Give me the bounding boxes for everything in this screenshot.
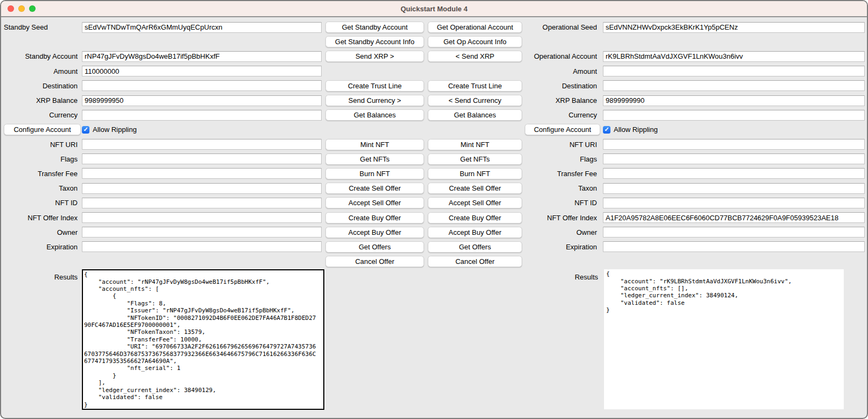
- standby-destination-label: Destination: [1, 82, 81, 90]
- standby-allow-rippling-checkbox[interactable]: ✓: [82, 126, 89, 134]
- get-operational-account-button[interactable]: Get Operational Account: [428, 22, 522, 33]
- operational-transfer-fee-label: Transfer Fee: [522, 170, 600, 178]
- standby-taxon-input[interactable]: [82, 183, 322, 194]
- standby-nft-uri-label: NFT URI: [1, 141, 81, 149]
- standby-cancel-offer-button[interactable]: Cancel Offer: [325, 256, 424, 267]
- operational-get-nfts-button[interactable]: Get NFTs: [428, 153, 522, 165]
- standby-create-sell-offer-button[interactable]: Create Sell Offer: [325, 183, 424, 194]
- operational-create-sell-offer-button[interactable]: Create Sell Offer: [428, 183, 522, 194]
- standby-owner-input[interactable]: [82, 227, 322, 238]
- nft-offer-index-row: NFT Offer Index Create Buy Offer Create …: [1, 210, 867, 225]
- operational-account-label: Operational Account: [522, 52, 600, 60]
- account-info-row: Get Standby Account Info Get Op Account …: [1, 34, 867, 49]
- checkmark-icon: ✓: [604, 127, 609, 132]
- operational-nft-offer-index-input[interactable]: [603, 212, 865, 223]
- operational-destination-input[interactable]: [603, 80, 865, 91]
- operational-allow-rippling-label: Allow Rippling: [614, 125, 658, 134]
- operational-create-buy-offer-button[interactable]: Create Buy Offer: [428, 212, 522, 224]
- standby-nft-uri-input[interactable]: [82, 139, 322, 150]
- expiration-row: Expiration Get Offers Get Offers Expirat…: [1, 240, 867, 254]
- operational-accept-buy-offer-button[interactable]: Accept Buy Offer: [428, 227, 522, 238]
- operational-results-output[interactable]: { "account": "rK9LBRhStdmtAaVdJXGVF1LnKW…: [604, 269, 844, 409]
- flags-row: Flags Get NFTs Get NFTs Flags: [1, 152, 867, 166]
- operational-nft-uri-label: NFT URI: [522, 141, 600, 149]
- standby-flags-input[interactable]: [82, 153, 322, 164]
- taxon-row: Taxon Create Sell Offer Create Sell Offe…: [1, 181, 867, 195]
- standby-get-balances-button[interactable]: Get Balances: [325, 109, 424, 121]
- operational-seed-label: Operational Seed: [522, 23, 600, 31]
- operational-nft-uri-input[interactable]: [603, 139, 865, 150]
- standby-send-xrp-button[interactable]: Send XRP >: [325, 51, 424, 62]
- operational-mint-nft-button[interactable]: Mint NFT: [428, 139, 522, 150]
- transfer-fee-row: Transfer Fee Burn NFT Burn NFT Transfer …: [1, 166, 867, 181]
- operational-get-offers-button[interactable]: Get Offers: [428, 241, 522, 253]
- standby-create-buy-offer-button[interactable]: Create Buy Offer: [325, 212, 424, 224]
- standby-results-label: Results: [1, 269, 81, 281]
- operational-seed-input[interactable]: [603, 22, 865, 33]
- standby-get-nfts-button[interactable]: Get NFTs: [325, 153, 424, 165]
- get-op-account-info-button[interactable]: Get Op Account Info: [428, 36, 522, 47]
- minimize-window-icon[interactable]: [18, 5, 25, 12]
- seed-row: Standby Seed Get Standby Account Get Ope…: [1, 20, 867, 34]
- standby-xrp-balance-input[interactable]: [82, 95, 322, 106]
- operational-destination-label: Destination: [522, 82, 600, 90]
- standby-results-output[interactable]: { "account": "rNP47gJFvDyW8gsDo4weB17if5…: [82, 269, 324, 410]
- operational-send-currency-button[interactable]: < Send Currency: [428, 95, 522, 106]
- get-standby-account-info-button[interactable]: Get Standby Account Info: [325, 36, 424, 47]
- owner-row: Owner Accept Buy Offer Accept Buy Offer …: [1, 225, 867, 240]
- operational-nft-offer-index-label: NFT Offer Index: [522, 214, 600, 222]
- standby-nft-offer-index-input[interactable]: [82, 212, 322, 223]
- operational-transfer-fee-input[interactable]: [603, 168, 865, 179]
- operational-currency-label: Currency: [522, 111, 600, 119]
- operational-send-xrp-button[interactable]: < Send XRP: [428, 51, 522, 62]
- operational-xrp-balance-label: XRP Balance: [522, 96, 600, 104]
- standby-mint-nft-button[interactable]: Mint NFT: [325, 139, 424, 150]
- standby-flags-label: Flags: [1, 155, 81, 163]
- operational-cancel-offer-button[interactable]: Cancel Offer: [428, 256, 522, 267]
- standby-currency-input[interactable]: [82, 110, 322, 121]
- close-window-icon[interactable]: [8, 5, 14, 12]
- operational-owner-input[interactable]: [603, 227, 865, 238]
- standby-account-input[interactable]: [82, 51, 322, 62]
- operational-currency-input[interactable]: [603, 110, 865, 121]
- operational-nft-id-input[interactable]: [603, 198, 865, 208]
- standby-amount-input[interactable]: [82, 66, 322, 76]
- fullscreen-window-icon[interactable]: [29, 5, 36, 12]
- account-row: Standby Account Send XRP > < Send XRP Op…: [1, 49, 867, 64]
- title-bar: Quickstart Module 4: [1, 1, 867, 16]
- operational-taxon-label: Taxon: [522, 184, 600, 192]
- operational-allow-rippling-checkbox[interactable]: ✓: [603, 126, 610, 134]
- operational-burn-nft-button[interactable]: Burn NFT: [428, 168, 522, 179]
- nft-uri-row: NFT URI Mint NFT Mint NFT NFT URI: [1, 137, 867, 152]
- standby-get-offers-button[interactable]: Get Offers: [325, 241, 424, 253]
- operational-create-trust-line-button[interactable]: Create Trust Line: [428, 80, 522, 92]
- window-controls: [8, 1, 36, 16]
- operational-amount-input[interactable]: [603, 66, 865, 76]
- standby-transfer-fee-label: Transfer Fee: [1, 170, 81, 178]
- operational-accept-sell-offer-button[interactable]: Accept Sell Offer: [428, 197, 522, 208]
- get-standby-account-button[interactable]: Get Standby Account: [325, 22, 424, 33]
- operational-account-input[interactable]: [603, 51, 865, 62]
- standby-accept-buy-offer-button[interactable]: Accept Buy Offer: [325, 227, 424, 238]
- operational-xrp-balance-input[interactable]: [603, 95, 865, 106]
- standby-seed-input[interactable]: [82, 22, 322, 33]
- standby-destination-input[interactable]: [82, 80, 322, 91]
- standby-expiration-input[interactable]: [82, 241, 322, 252]
- operational-taxon-input[interactable]: [603, 183, 865, 194]
- standby-create-trust-line-button[interactable]: Create Trust Line: [325, 80, 424, 92]
- standby-xrp-balance-label: XRP Balance: [1, 96, 81, 104]
- operational-configure-account-button[interactable]: Configure Account: [525, 124, 600, 135]
- checkmark-icon: ✓: [83, 127, 88, 132]
- operational-flags-input[interactable]: [603, 153, 865, 164]
- standby-send-currency-button[interactable]: Send Currency >: [325, 95, 424, 106]
- standby-accept-sell-offer-button[interactable]: Accept Sell Offer: [325, 197, 424, 208]
- results-row: Results { "account": "rNP47gJFvDyW8gsDo4…: [1, 269, 867, 410]
- standby-nft-id-input[interactable]: [82, 198, 322, 208]
- operational-expiration-input[interactable]: [603, 241, 865, 252]
- operational-get-balances-button[interactable]: Get Balances: [428, 109, 522, 121]
- standby-burn-nft-button[interactable]: Burn NFT: [325, 168, 424, 179]
- currency-row: Currency Get Balances Get Balances Curre…: [1, 108, 867, 122]
- standby-configure-account-button[interactable]: Configure Account: [4, 124, 81, 135]
- operational-amount-label: Amount: [522, 67, 600, 75]
- standby-transfer-fee-input[interactable]: [82, 168, 322, 179]
